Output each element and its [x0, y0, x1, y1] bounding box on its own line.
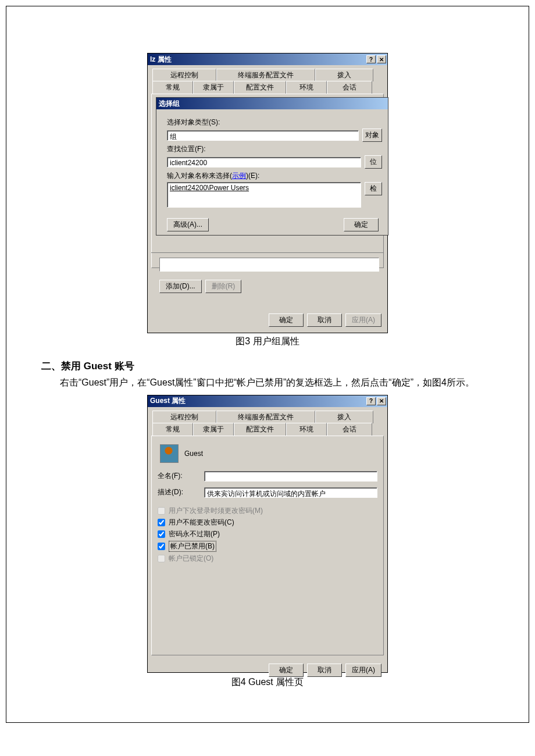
tab-general[interactable]: 常规: [152, 423, 193, 436]
section-heading: 二、禁用 Guest 账号: [41, 361, 134, 372]
label-description: 描述(D):: [158, 487, 204, 497]
select-group-dialog: 选择组 选择对象类型(S): 组 对象 查找位置(F): iclient2420…: [156, 97, 388, 236]
chk-account-disabled-box[interactable]: [158, 543, 165, 550]
chk-cannot-change-password[interactable]: 用户不能更改密码(C): [158, 518, 377, 527]
help-icon[interactable]: ?: [366, 397, 376, 405]
advanced-button[interactable]: 高级(A)...: [167, 218, 209, 231]
label-object-names: 输入对象名称来选择(示例)(E):: [167, 171, 382, 181]
tab-memberof[interactable]: 隶属于: [193, 423, 234, 436]
figure3-caption: 图3 用户组属性: [41, 336, 494, 348]
tab-session[interactable]: 会话: [327, 81, 372, 94]
tab-remote-control[interactable]: 远程控制: [152, 69, 216, 81]
location-field[interactable]: iclient24200: [167, 157, 361, 167]
tab-env[interactable]: 环境: [286, 423, 327, 436]
user-name: Guest: [184, 450, 203, 458]
location-button[interactable]: 位: [365, 155, 382, 169]
fullname-input[interactable]: [204, 471, 377, 482]
dialog-title: Guest 属性: [150, 396, 186, 406]
remove-button[interactable]: 删除(R): [205, 280, 242, 293]
description-input[interactable]: 供来宾访问计算机或访问域的内置帐户: [204, 487, 377, 498]
label-object-type: 选择对象类型(S):: [167, 117, 382, 127]
tab-memberof[interactable]: 隶属于: [193, 81, 234, 94]
section-paragraph: 右击“Guest”用户，在“Guest属性”窗口中把“帐户已禁用”的复选框选上，…: [41, 375, 494, 390]
subdialog-title: 选择组: [159, 99, 180, 109]
user-icon: [160, 444, 179, 463]
help-icon[interactable]: ?: [366, 55, 376, 63]
apply-button[interactable]: 应用(A): [345, 313, 381, 327]
tab-env[interactable]: 环境: [286, 81, 327, 94]
cancel-button[interactable]: 取消: [307, 664, 342, 677]
close-icon[interactable]: ✕: [377, 397, 386, 405]
tab-profile[interactable]: 配置文件: [234, 423, 286, 436]
example-link[interactable]: 示例: [232, 172, 246, 180]
chk-cannot-change-password-box[interactable]: [158, 519, 165, 526]
ok-button[interactable]: 确定: [269, 664, 304, 677]
subdialog-titlebar: 选择组: [156, 98, 388, 109]
tab-dialin[interactable]: 拨入: [315, 411, 373, 423]
tab-general[interactable]: 常规: [152, 81, 193, 94]
chk-must-change-password-box: [158, 507, 165, 515]
dialog-title: lz 属性: [150, 55, 172, 65]
label-location: 查找位置(F):: [167, 144, 382, 154]
object-names-field[interactable]: iclient24200\Power Users: [167, 182, 361, 208]
chk-account-locked: 帐户已锁定(O): [158, 554, 377, 564]
tab-session[interactable]: 会话: [327, 423, 372, 436]
apply-button[interactable]: 应用(A): [345, 664, 381, 677]
tab-profile[interactable]: 配置文件: [234, 81, 286, 94]
cancel-button[interactable]: 取消: [307, 313, 342, 327]
add-button[interactable]: 添加(D)...: [159, 280, 202, 293]
tab-ts-profile[interactable]: 终端服务配置文件: [216, 411, 315, 423]
chk-password-never-expires[interactable]: 密码永不过期(P): [158, 529, 377, 539]
chk-account-locked-box: [158, 555, 165, 562]
dialog-titlebar: lz 属性 ? ✕: [148, 54, 387, 65]
tab-dialin[interactable]: 拨入: [315, 69, 373, 81]
object-type-button[interactable]: 对象: [362, 129, 382, 142]
object-type-field[interactable]: 组: [167, 130, 359, 141]
ok-button[interactable]: 确定: [269, 313, 304, 327]
chk-must-change-password: 用户下次登录时须更改密码(M): [158, 506, 377, 516]
tab-ts-profile[interactable]: 终端服务配置文件: [216, 69, 315, 81]
check-names-button[interactable]: 检: [365, 182, 382, 195]
chk-password-never-expires-box[interactable]: [158, 530, 165, 538]
label-fullname: 全名(F):: [158, 471, 204, 481]
ok-button[interactable]: 确定: [344, 218, 379, 231]
close-icon[interactable]: ✕: [377, 55, 386, 63]
chk-account-disabled[interactable]: 帐户已禁用(B): [158, 541, 377, 552]
tab-remote-control[interactable]: 远程控制: [152, 411, 216, 423]
dialog-titlebar: Guest 属性 ? ✕: [148, 395, 387, 407]
